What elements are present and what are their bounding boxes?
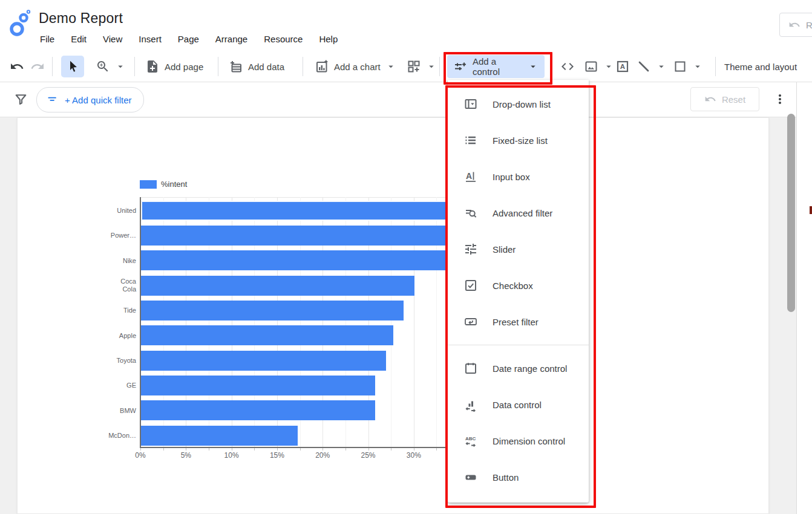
add-quick-filter-label: + Add quick filter: [65, 95, 131, 105]
menu-item-label: Slider: [493, 244, 516, 255]
header-reset-button[interactable]: Re: [779, 13, 812, 37]
axis-tick: [414, 448, 414, 451]
bar-united[interactable]: [141, 201, 478, 221]
add-text-button[interactable]: A: [615, 51, 630, 82]
filter-bar: + Add quick filter Reset: [0, 82, 796, 117]
category-label-mcdon: McDon…: [108, 432, 136, 440]
bar-mcdon[interactable]: [141, 426, 298, 446]
menu-item-label: Drop-down list: [493, 99, 551, 109]
menu-item-data-control[interactable]: Data control: [448, 386, 589, 423]
theme-and-layout-label: Theme and layout: [724, 62, 797, 72]
toolbar: Add page Add data Add a chart: [0, 51, 812, 82]
svg-text:A: A: [620, 63, 625, 70]
cursor-pointer-icon: [65, 59, 80, 74]
menu-item-fixed-size-list[interactable]: Fixed-size list: [448, 122, 589, 158]
undo-icon: [788, 19, 801, 31]
more-options-button[interactable]: [773, 92, 787, 106]
add-control-button[interactable]: Add a control: [447, 55, 545, 78]
bar-apple[interactable]: [141, 325, 393, 345]
bar-tide[interactable]: [141, 301, 404, 320]
undo-icon: [10, 59, 24, 74]
menu-item-date-range-control[interactable]: Date range control: [448, 350, 589, 386]
menu-item-advanced-filter[interactable]: Advanced filter: [448, 195, 589, 231]
x-tick-label: 25%: [361, 451, 375, 460]
bar-toyota[interactable]: [141, 351, 386, 371]
add-chart-button[interactable]: Add a chart: [315, 51, 396, 82]
line-icon: [637, 59, 651, 74]
button-icon: [463, 470, 478, 484]
menubar-item-page[interactable]: Page: [178, 34, 199, 44]
menu-item-dimension-control[interactable]: ABCDimension control: [448, 423, 589, 459]
legend-label: %intent: [161, 180, 187, 189]
code-icon: [560, 59, 575, 74]
chevron-down-icon: [426, 61, 437, 72]
axis-tick: [345, 448, 346, 451]
add-data-button[interactable]: Add data: [229, 51, 284, 82]
redo-icon: [30, 59, 45, 74]
app-header: Demo Report FileEditViewInsertPageArrang…: [0, 0, 812, 52]
menu-item-label: Date range control: [493, 363, 567, 374]
add-line-button[interactable]: [637, 51, 667, 82]
menubar-item-edit[interactable]: Edit: [71, 34, 87, 44]
add-chart-label: Add a chart: [334, 62, 381, 72]
x-tick-label: 30%: [407, 451, 421, 460]
menu-item-button[interactable]: Button: [448, 459, 589, 495]
add-image-button[interactable]: [584, 51, 614, 82]
axis-tick: [368, 448, 369, 451]
axis-tick: [277, 448, 278, 451]
bar-chart[interactable]: UnitedPower…NikeCoca ColaTideAppleToyota…: [18, 118, 768, 513]
text-box-icon: A: [615, 59, 630, 74]
report-title[interactable]: Demo Report: [39, 10, 123, 27]
menu-item-input-box[interactable]: AInput box: [448, 158, 589, 195]
embed-url-button[interactable]: [560, 51, 575, 82]
menu-item-drop-down-list[interactable]: Drop-down list: [448, 86, 589, 122]
reset-filters-button[interactable]: Reset: [690, 87, 759, 111]
bar-coca-cola[interactable]: [141, 276, 414, 296]
menu-item-slider[interactable]: Slider: [448, 231, 589, 267]
data-control-icon: [463, 397, 478, 412]
menu-item-label: Dimension control: [493, 436, 565, 446]
add-shape-button[interactable]: [673, 51, 703, 82]
bar-nike[interactable]: [141, 250, 460, 270]
zoom-tool-button[interactable]: [96, 51, 126, 82]
category-label-bmw: BMW: [120, 406, 136, 414]
report-page: UnitedPower…NikeCoca ColaTideAppleToyota…: [17, 117, 769, 514]
theme-and-layout-button[interactable]: Theme and layout: [724, 51, 797, 82]
legend-swatch: [140, 180, 157, 189]
category-label-nike: Nike: [123, 256, 136, 264]
axis-tick: [140, 448, 141, 451]
category-label-coca-cola: Coca Cola: [120, 278, 136, 293]
add-page-button[interactable]: Add page: [145, 51, 203, 82]
add-quick-filter-button[interactable]: + Add quick filter: [36, 87, 144, 112]
vertical-scrollbar-thumb[interactable]: [787, 114, 795, 312]
menubar-item-insert[interactable]: Insert: [139, 34, 162, 44]
zoom-in-icon: [96, 59, 110, 74]
x-tick-label: 0%: [135, 451, 145, 460]
svg-text:ABC: ABC: [465, 436, 476, 441]
x-tick-label: 5%: [181, 451, 191, 460]
undo-button[interactable]: [10, 51, 24, 82]
community-visualizations-button[interactable]: [407, 51, 437, 82]
axis-tick: [254, 448, 255, 451]
add-page-label: Add page: [165, 62, 203, 72]
advanced-filter-icon: [463, 206, 478, 220]
bar-ge[interactable]: [141, 376, 375, 395]
svg-text:A: A: [466, 171, 472, 181]
menubar-item-file[interactable]: File: [40, 34, 54, 44]
slider-icon: [463, 242, 478, 256]
dimension-control-icon: ABC: [463, 434, 478, 448]
bar-power[interactable]: [141, 226, 469, 246]
toolbar-divider: [439, 57, 440, 76]
bar-bmw[interactable]: [141, 400, 375, 420]
menubar-item-resource[interactable]: Resource: [264, 34, 303, 44]
chevron-down-icon: [385, 61, 396, 72]
menu-item-label: Data control: [493, 400, 542, 410]
redo-button[interactable]: [30, 51, 45, 82]
select-tool-button[interactable]: [61, 56, 84, 77]
menu-item-preset-filter[interactable]: Preset filter: [448, 304, 589, 340]
menu-item-checkbox[interactable]: Checkbox: [448, 267, 589, 304]
menubar-item-view[interactable]: View: [103, 34, 122, 44]
menubar-item-arrange[interactable]: Arrange: [215, 34, 247, 44]
menubar-item-help[interactable]: Help: [319, 34, 338, 44]
axis-tick: [323, 448, 323, 451]
